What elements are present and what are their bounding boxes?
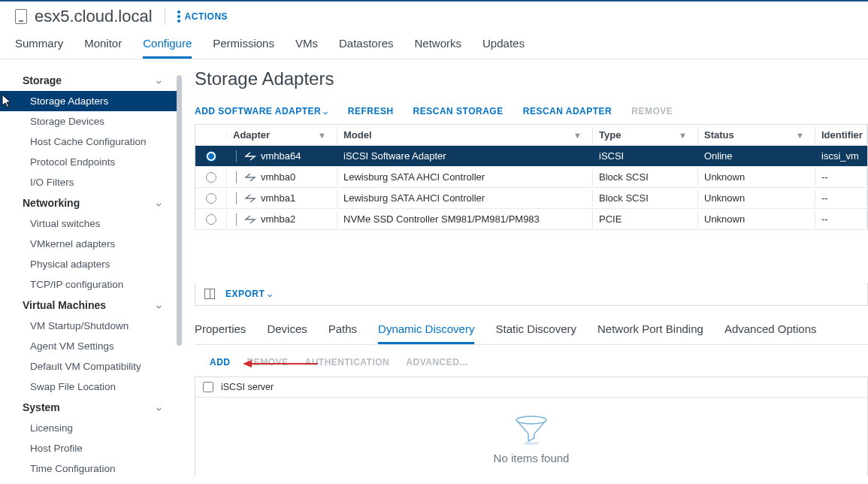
sidebar-item-protocol-endpoints[interactable]: Protocol Endpoints: [0, 152, 177, 172]
cell-status: Unknown: [698, 189, 815, 207]
cell-identifier: --: [815, 210, 867, 228]
column-picker-icon[interactable]: [204, 289, 215, 299]
row-select[interactable]: [195, 169, 227, 186]
add-button[interactable]: ADD: [210, 357, 231, 368]
iscsi-table-header: iSCSI server: [195, 377, 867, 398]
sidebar-item-host-profile[interactable]: Host Profile: [0, 438, 177, 458]
adapter-icon: [244, 214, 256, 225]
col-status[interactable]: Status ▼: [698, 126, 815, 144]
sidebar-group-storage[interactable]: Storage⌵: [0, 70, 177, 91]
cell-status: Unknown: [698, 168, 815, 186]
cell-type: PCIE: [593, 210, 698, 228]
funnel-icon: [513, 416, 549, 446]
actions-menu[interactable]: ACTIONS: [177, 11, 228, 23]
cell-model: NVMe SSD Controller SM981/PM981/PM983: [337, 210, 593, 228]
page-title: Storage Adapters: [195, 68, 868, 89]
empty-state: No items found: [195, 398, 867, 476]
chevron-down-icon: ⌵: [156, 301, 162, 310]
col-model-label: Model: [343, 129, 372, 141]
header-divider: [165, 8, 165, 25]
sidebar-item-agent-vm-settings[interactable]: Agent VM Settings: [0, 336, 177, 356]
adapter-name: vmhba0: [261, 171, 295, 183]
export-button[interactable]: EXPORT ⌵: [225, 289, 273, 299]
main-tabs: SummaryMonitorConfigurePermissionsVMsDat…: [0, 37, 868, 59]
filter-icon[interactable]: ▼: [679, 131, 687, 140]
col-adapter[interactable]: Adapter ▼: [227, 126, 337, 144]
sidebar-item-storage-devices[interactable]: Storage Devices: [0, 111, 177, 132]
adapter-name: vmhba2: [261, 213, 295, 225]
radio-icon[interactable]: [206, 214, 216, 225]
rescan-storage-button[interactable]: RESCAN STORAGE: [413, 106, 504, 116]
filter-icon[interactable]: ▼: [573, 131, 582, 140]
add-software-adapter-button[interactable]: ADD SOFTWARE ADAPTER ⌵: [195, 106, 328, 116]
cell-model: iSCSI Software Adapter: [337, 147, 593, 165]
detail-tab-properties[interactable]: Properties: [195, 322, 246, 344]
filter-icon[interactable]: ▼: [796, 131, 804, 140]
sidebar-group-system[interactable]: System⌵: [0, 397, 177, 418]
col-status-label: Status: [704, 129, 734, 141]
cell-model: Lewisburg SATA AHCI Controller: [337, 189, 593, 207]
radio-icon[interactable]: [206, 172, 216, 183]
sidebar-item-virtual-switches[interactable]: Virtual switches: [0, 213, 177, 234]
detail-tab-advanced-options[interactable]: Advanced Options: [724, 322, 817, 344]
sidebar-item-storage-adapters[interactable]: Storage Adapters: [0, 91, 177, 111]
detail-tab-devices[interactable]: Devices: [267, 322, 307, 344]
tab-summary[interactable]: Summary: [15, 37, 63, 59]
adapters-table: Adapter ▼ Model ▼ Type ▼ Status ▼ Identi…: [195, 124, 868, 230]
col-model[interactable]: Model ▼: [337, 126, 593, 144]
grip-icon: [236, 192, 237, 204]
sidebar-group-virtual-machines[interactable]: Virtual Machines⌵: [0, 295, 177, 316]
adapter-icon: [244, 151, 256, 162]
sidebar-scrollbar[interactable]: [177, 75, 182, 346]
table-row[interactable]: vmhba64iSCSI Software AdapteriSCSIOnline…: [195, 146, 867, 167]
detail-tab-static-discovery[interactable]: Static Discovery: [495, 322, 576, 344]
detail-tab-network-port-binding[interactable]: Network Port Binding: [597, 322, 703, 344]
group-title: Virtual Machines: [23, 299, 106, 311]
sidebar-item-vm-startup-shutdown[interactable]: VM Startup/Shutdown: [0, 316, 177, 336]
radio-icon[interactable]: [206, 193, 216, 204]
tab-vms[interactable]: VMs: [295, 37, 318, 59]
cell-adapter: vmhba0: [227, 168, 337, 186]
tab-monitor[interactable]: Monitor: [84, 37, 122, 59]
adapter-name: vmhba1: [261, 192, 295, 204]
refresh-button[interactable]: REFRESH: [348, 106, 394, 116]
sidebar-item-time-configuration[interactable]: Time Configuration: [0, 458, 177, 476]
tab-networks[interactable]: Networks: [415, 37, 462, 59]
tab-configure[interactable]: Configure: [143, 37, 192, 59]
tab-permissions[interactable]: Permissions: [213, 37, 274, 59]
sidebar-item-vmkernel-adapters[interactable]: VMkernel adapters: [0, 234, 177, 254]
col-identifier[interactable]: Identifier: [815, 126, 867, 144]
sidebar-group-networking[interactable]: Networking⌵: [0, 192, 177, 213]
kebab-icon: [177, 11, 180, 23]
col-type-label: Type: [599, 129, 621, 141]
table-row[interactable]: vmhba1Lewisburg SATA AHCI ControllerBloc…: [195, 188, 867, 209]
sidebar-item-i-o-filters[interactable]: I/O Filters: [0, 172, 177, 192]
sidebar-item-physical-adapters[interactable]: Physical adapters: [0, 254, 177, 274]
sidebar-item-licensing[interactable]: Licensing: [0, 418, 177, 438]
table-row[interactable]: vmhba2NVMe SSD Controller SM981/PM981/PM…: [195, 209, 867, 230]
chevron-down-icon: ⌵: [156, 76, 162, 86]
tab-updates[interactable]: Updates: [482, 37, 525, 59]
host-icon: [15, 9, 27, 24]
row-select[interactable]: [195, 148, 227, 165]
select-all-checkbox[interactable]: [203, 382, 213, 392]
cell-adapter: vmhba64: [227, 147, 337, 165]
export-label: EXPORT: [225, 289, 265, 299]
detail-tab-dynamic-discovery[interactable]: Dynamic Discovery: [378, 322, 474, 344]
radio-icon[interactable]: [206, 151, 216, 162]
sidebar-item-host-cache-configuration[interactable]: Host Cache Configuration: [0, 132, 177, 152]
sidebar-item-tcp-ip-configuration[interactable]: TCP/IP configuration: [0, 274, 177, 295]
row-select[interactable]: [195, 190, 227, 207]
tab-datastores[interactable]: Datastores: [339, 37, 394, 59]
sidebar-item-swap-file-location[interactable]: Swap File Location: [0, 377, 177, 397]
col-type[interactable]: Type ▼: [593, 126, 698, 144]
row-select[interactable]: [195, 211, 227, 228]
discovery-toolbar: ADD REMOVE AUTHENTICATION ADVANCED...: [195, 345, 868, 377]
rescan-adapter-button[interactable]: RESCAN ADAPTER: [523, 106, 612, 116]
detail-tab-paths[interactable]: Paths: [328, 322, 357, 344]
table-row[interactable]: vmhba0Lewisburg SATA AHCI ControllerBloc…: [195, 167, 867, 188]
grip-icon: [236, 213, 237, 225]
filter-icon[interactable]: ▼: [318, 131, 326, 140]
sidebar-item-default-vm-compatibility[interactable]: Default VM Compatibility: [0, 356, 177, 377]
chevron-down-icon: ⌵: [156, 403, 162, 413]
